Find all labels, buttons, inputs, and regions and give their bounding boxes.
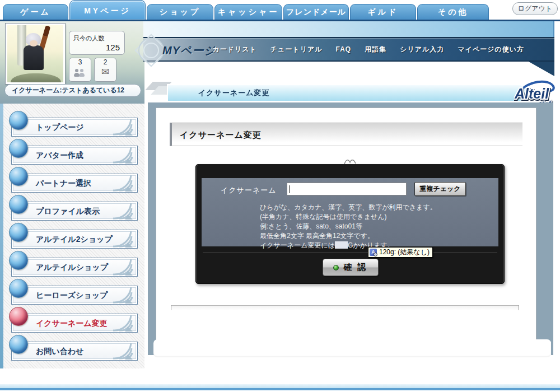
swirl-icon [109, 175, 133, 192]
header-band [143, 21, 554, 37]
mail-button[interactable]: 2 ✉ [94, 58, 116, 82]
breadcrumb-label: イクサーネーム変更 [198, 88, 270, 98]
swirl-icon [109, 119, 133, 136]
sidebar-item-label: イクサーネーム変更 [36, 319, 108, 329]
avatar [6, 24, 65, 84]
svg-text:Alteil: Alteil [514, 86, 549, 101]
dictionary-icon: A [370, 249, 377, 256]
orb-icon [9, 195, 28, 214]
link-serial-input[interactable]: シリアル入力 [400, 45, 444, 54]
exer-name-input[interactable] [287, 183, 407, 195]
footer-stripe [0, 384, 560, 388]
swirl-icon [109, 259, 133, 276]
mail-icon: ✉ [100, 67, 111, 77]
person-icon [79, 69, 85, 77]
banner-title: MYページ [162, 43, 216, 58]
swirl-icon [109, 315, 133, 332]
sidebar-item-label: ヒーローズショップ [36, 291, 108, 301]
tab-friendmail[interactable]: フレンドメール [283, 4, 349, 20]
orb-icon [9, 307, 28, 326]
instruction-line: 例:さとう、佐藤、sato、sato01等 [260, 222, 437, 231]
mail-count: 2 [95, 58, 116, 67]
logout-button[interactable]: ログアウト [512, 2, 558, 15]
sidebar-item-label: プロファイル表示 [36, 207, 100, 217]
page-title: イクサーネーム変更 [170, 123, 522, 146]
highlighted-cost [335, 241, 348, 249]
avatar-art [11, 73, 61, 84]
banner-nav: カードリスト チュートリアル FAQ 用語集 シリアル入力 マイページの使い方 [212, 38, 524, 60]
cost-prefix: イクサーネーム変更には [260, 241, 335, 249]
dictionary-tooltip: A 120g: (結果なし) [368, 247, 433, 258]
tab-other[interactable]: その他 [417, 4, 489, 20]
duplicate-check-button[interactable]: 重複チェック [414, 182, 466, 196]
sidebar-item-avatar-create[interactable]: アバター作成 [9, 139, 138, 166]
footer-stripe [0, 388, 560, 390]
orb-icon [9, 335, 28, 354]
orb-icon [9, 279, 28, 298]
sidebar-item-contact[interactable]: お問い合わせ [9, 335, 138, 362]
online-count-label: 只今の人数 [73, 34, 104, 43]
confirm-button-label: 確 認 [343, 262, 367, 273]
confirm-button[interactable]: 確 認 [323, 259, 379, 276]
swirl-icon [109, 343, 133, 360]
sidebar-item-label: トップページ [36, 123, 84, 133]
instruction-line: (半角カナ、特殊な記号は使用できません) [260, 212, 437, 222]
sidebar-item-alteil-shop[interactable]: アルテイルショップ [9, 251, 138, 278]
sidebar-item-label: アルテイル2ショップ [36, 235, 113, 245]
sidebar-item-exer-name-change[interactable]: イクサーネーム変更 [9, 307, 138, 334]
tab-game[interactable]: ゲーム [3, 4, 68, 20]
instruction-line: ひらがな、カタカナ、漢字、英字、数字が利用できます。 [260, 203, 437, 212]
sidebar-item-alteil2-shop[interactable]: アルテイル2ショップ [9, 223, 138, 250]
sidebar-item-label: アバター作成 [36, 151, 83, 161]
tooltip-text: 120g: (結果なし) [379, 248, 430, 257]
exer-name-display: イクサーネーム:テストあるている12 [4, 84, 141, 97]
orb-icon [9, 111, 28, 130]
orb-icon [9, 167, 28, 186]
content-panel: イクサーネーム変更 イクサーネーム 重複チェック ひらがな、カタカナ、漢字、英字… [156, 108, 536, 340]
link-mypage-guide[interactable]: マイページの使い方 [458, 45, 524, 54]
link-tutorial[interactable]: チュートリアル [270, 45, 323, 54]
sidebar: トップページ アバター作成 パートナー選択 プロファイル表示 アルテイル2ショッ… [0, 104, 144, 368]
orb-icon [9, 139, 28, 158]
link-card-list[interactable]: カードリスト [212, 45, 256, 54]
content-divider [171, 305, 519, 310]
friends-button[interactable]: 3 [69, 58, 91, 82]
avatar-art [24, 45, 44, 70]
sidebar-item-heroes-shop[interactable]: ヒーローズショップ [9, 279, 138, 306]
orb-icon [9, 251, 28, 270]
swirl-icon [109, 203, 133, 220]
swirl-icon [109, 147, 133, 164]
orb-icon [9, 223, 28, 242]
sidebar-item-partner-select[interactable]: パートナー選択 [9, 167, 138, 194]
green-led-icon [333, 265, 339, 270]
profile-header: 只今の人数 125 3 2 ✉ イクサーネーム:テストあるている12 [0, 21, 144, 104]
tab-cashier[interactable]: キャッシャー [214, 4, 282, 20]
online-count-box: 只今の人数 125 [69, 31, 125, 55]
tab-mypage[interactable]: MYページ [69, 0, 146, 20]
sidebar-item-label: パートナー選択 [36, 179, 91, 189]
exer-name-label: イクサーネーム [221, 185, 277, 195]
sidebar-item-profile[interactable]: プロファイル表示 [9, 195, 138, 222]
tab-shop[interactable]: ショップ [147, 4, 213, 20]
footer-bar-decoration [153, 339, 551, 357]
sidebar-edge-decoration [0, 104, 3, 368]
form-divider [203, 252, 497, 253]
sidebar-item-label: お問い合わせ [36, 347, 83, 357]
link-faq[interactable]: FAQ [336, 45, 352, 53]
form-field-area: イクサーネーム 重複チェック ひらがな、カタカナ、漢字、英字、数字が利用できます… [202, 178, 498, 246]
breadcrumb: イクサーネーム変更 [167, 84, 534, 102]
sidebar-item-label: アルテイルショップ [36, 263, 108, 273]
name-change-form: イクサーネーム 重複チェック ひらがな、カタカナ、漢字、英字、数字が利用できます… [195, 164, 505, 284]
instruction-line: 最低全角2文字 最高全角12文字です。 [260, 231, 437, 241]
sidebar-item-top-page[interactable]: トップページ [9, 111, 138, 138]
page: ゲーム MYページ ショップ キャッシャー フレンドメール ギルド その他 ログ… [0, 0, 560, 392]
tab-guild[interactable]: ギルド [350, 4, 416, 20]
online-count-value: 125 [106, 43, 120, 52]
friends-icon [74, 69, 86, 77]
friends-count: 3 [69, 58, 91, 67]
link-glossary[interactable]: 用語集 [365, 45, 386, 54]
mypage-banner: MYページ カードリスト チュートリアル FAQ 用語集 シリアル入力 マイペー… [143, 37, 554, 62]
form-instructions: ひらがな、カタカナ、漢字、英字、数字が利用できます。 (半角カナ、特殊な記号は使… [260, 203, 437, 250]
swirl-icon [109, 287, 133, 304]
person-icon [74, 69, 80, 77]
